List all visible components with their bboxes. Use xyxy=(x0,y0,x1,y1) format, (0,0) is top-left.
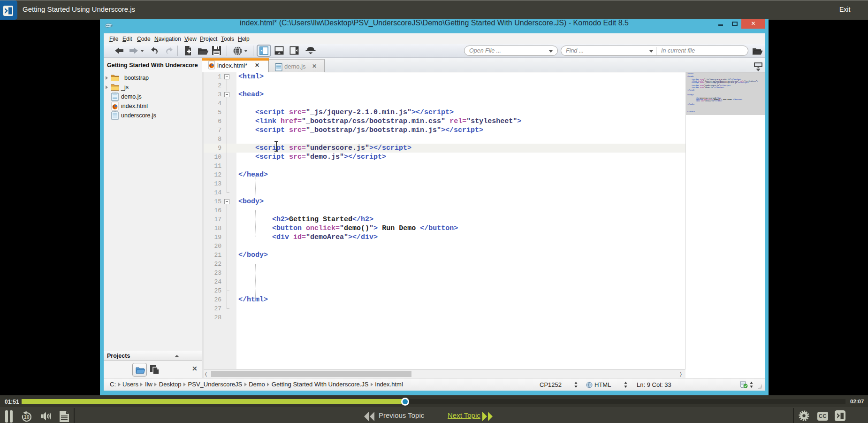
svg-text:10: 10 xyxy=(24,414,30,420)
